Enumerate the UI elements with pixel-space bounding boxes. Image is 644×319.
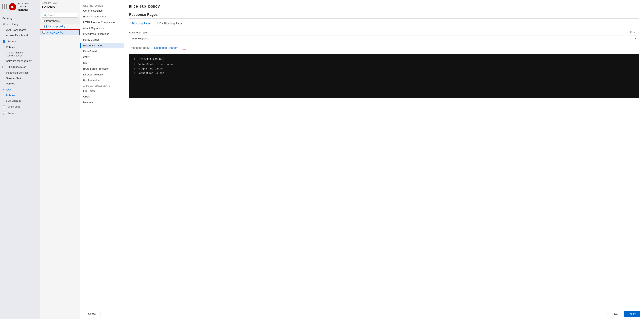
tab-response-body[interactable]: Response Body <box>129 45 150 51</box>
nav-ip-address-exceptions[interactable]: IP Address Exceptions <box>80 31 124 37</box>
nav-brute-force-protection[interactable]: Brute Force Protection <box>80 66 124 72</box>
app-logo: f5 BIG-IP Next Central Manager <box>0 0 40 14</box>
waf-icon: ≡ <box>2 88 4 91</box>
nav-headers[interactable]: Headers <box>80 100 124 105</box>
nav-attack-signatures[interactable]: Attack Signatures <box>80 25 124 31</box>
nav-csrf[interactable]: CSRF <box>80 54 124 60</box>
content-area: juice_lab_policy Response Pages Blocking… <box>124 0 644 308</box>
code-line-4: 4 Connection: close <box>132 71 636 76</box>
chevron-down-icon: ▼ <box>634 37 636 40</box>
response-page-tabs: Blocking Page AJAX Blocking Page <box>129 20 639 27</box>
line-num-2: 2 <box>132 62 135 67</box>
middle-panel-title: Policies <box>40 5 80 11</box>
user-icon: 👤 <box>2 40 6 43</box>
red-arrow-annotation: ← <box>182 46 187 52</box>
sidebar-group-waf[interactable]: ≡ WAF <box>0 86 40 93</box>
required-asterisk: * <box>148 31 149 34</box>
sidebar-section-security: Security <box>0 14 40 21</box>
page-title: juice_lab_policy <box>129 4 639 8</box>
code-line-3: 3 Pragma: no-cache <box>132 67 636 71</box>
deploy-button[interactable]: Deploy <box>624 311 640 317</box>
policy-table-header: Policy Name <box>40 18 80 24</box>
action-buttons: Save Deploy <box>608 311 640 317</box>
tab-ajax-blocking-page[interactable]: AJAX Blocking Page <box>153 20 185 27</box>
nav-file-types[interactable]: File Types <box>80 88 124 94</box>
nav-bot-protection[interactable]: Bot Protection <box>80 78 124 83</box>
sidebar-item-software-mgmt[interactable]: Software Management <box>0 58 40 64</box>
nav-evasion-techniques[interactable]: Evasion Techniques <box>80 14 124 20</box>
sidebar-item-ssl-policies[interactable]: Policies <box>0 81 40 86</box>
policy-row-juice-shop[interactable]: juice_shop_policy <box>40 24 80 29</box>
nav-response-pages[interactable]: Response Pages <box>80 43 124 48</box>
response-pages-title: Response Pages <box>129 12 639 18</box>
code-text-2: Cache-Control: no-cache <box>138 62 174 67</box>
application-elements-label: APPLICATION ELEMENTS <box>80 83 124 88</box>
footer-bar: Cancel Save Deploy <box>80 308 644 319</box>
tab-response-headers[interactable]: Response Headers <box>154 45 179 51</box>
required-text: Required <box>630 31 639 34</box>
response-body-tabs: Response Body Response Headers <box>129 45 179 51</box>
logo-text: BIG-IP Next Central Manager <box>18 2 38 11</box>
code-text-3: Pragma: no-cache <box>138 67 163 71</box>
sidebar-item-access-dashboard[interactable]: Access Dashboard <box>0 32 40 38</box>
grid-icon: ⊞ <box>2 22 5 26</box>
code-line-2: 2 Cache-Control: no-cache <box>132 62 636 67</box>
breadcrumb-waf: WAF <box>53 2 58 4</box>
line-num-1: 1 <box>132 57 135 62</box>
line-num-3: 3 <box>132 67 135 71</box>
code-text-1: HTTP/1.1 200 OK <box>138 57 164 62</box>
sidebar-item-waf-policies[interactable]: Policies <box>0 93 40 98</box>
policy-name-header: Policy Name <box>46 20 60 22</box>
sidebar-group-label-ssl: SSL Orchestrator <box>6 66 26 68</box>
breadcrumb-security: Security <box>42 2 50 4</box>
sidebar-item-waf-dashboards[interactable]: WAF Dashboards <box>0 27 40 32</box>
policy-name-juice-lab[interactable]: juice_lab_policy <box>46 31 64 34</box>
tab-blocking-page[interactable]: Blocking Page <box>129 20 153 27</box>
sidebar-group-label-waf: WAF <box>6 88 11 91</box>
nav-general-settings[interactable]: General Settings <box>80 8 124 14</box>
chart-icon: 📊 <box>2 112 6 115</box>
policy-name-juice-shop[interactable]: juice_shop_policy <box>46 25 65 28</box>
clipboard-icon: 📋 <box>2 105 6 108</box>
nav-urls[interactable]: URLs <box>80 94 124 100</box>
code-editor[interactable]: 1 HTTP/1.1 200 OK 2 Cache-Control: no-ca… <box>129 54 639 98</box>
sidebar-group-access[interactable]: 👤 Access <box>0 38 40 44</box>
policy-checkbox-juice-shop[interactable] <box>42 25 44 28</box>
sidebar-group-label-access: Access <box>8 40 16 43</box>
select-all-checkbox[interactable] <box>42 20 44 22</box>
sidebar-group-label-monitoring: Monitoring <box>6 22 18 26</box>
code-line-1: 1 HTTP/1.1 200 OK <box>132 57 636 62</box>
nav-l7-dos-protection[interactable]: L7 DoS Protection <box>80 72 124 78</box>
nav-data-guard[interactable]: Data Guard <box>80 48 124 54</box>
breadcrumb-separator: › <box>52 2 52 4</box>
apps-grid-icon[interactable] <box>2 4 7 9</box>
search-input[interactable] <box>48 14 78 16</box>
sidebar-item-access-policies[interactable]: Policies <box>0 44 40 50</box>
sidebar-group-label-event-logs: Event Logs <box>8 105 20 108</box>
sidebar-item-clients-installer[interactable]: Clients Installer Customization <box>0 50 40 58</box>
cancel-button[interactable]: Cancel <box>84 311 100 317</box>
code-text-4: Connection: close <box>138 71 164 76</box>
response-type-select[interactable]: Web Response ▼ <box>129 35 639 42</box>
sidebar-item-service-chains[interactable]: Service Chains <box>0 76 40 81</box>
sidebar-group-event-logs[interactable]: 📋 Event Logs <box>0 104 40 110</box>
line-num-4: 4 <box>132 71 135 76</box>
search-icon: 🔍 <box>44 14 46 16</box>
save-button[interactable]: Save <box>608 311 622 317</box>
sidebar-group-ssl-orchestrator[interactable]: □ SSL Orchestrator <box>0 64 40 70</box>
sidebar-group-reports[interactable]: 📊 Reports <box>0 110 40 116</box>
search-box[interactable]: 🔍 <box>42 12 78 18</box>
ssl-icon: □ <box>2 65 4 68</box>
main-content: WEB PROTECTION General Settings Evasion … <box>80 0 644 319</box>
arrow-annotation: Response Body Response Headers ← <box>129 45 639 54</box>
nav-ssrf[interactable]: SSRF <box>80 60 124 66</box>
sidebar-group-monitoring[interactable]: ⊞ Monitoring <box>0 21 40 27</box>
middle-panel: Security › WAF Policies 🔍 Policy Name ju… <box>40 0 80 319</box>
policy-row-juice-lab[interactable]: juice_lab_policy <box>40 29 80 35</box>
nav-policy-builder[interactable]: Policy Builder <box>80 37 124 43</box>
f5-logo-icon: f5 <box>9 3 16 10</box>
sidebar-item-inspection-services[interactable]: Inspection Services <box>0 70 40 76</box>
nav-http-protocol-compliance[interactable]: HTTP Protocol Compliance <box>80 20 124 25</box>
policy-checkbox-juice-lab[interactable] <box>42 31 45 34</box>
sidebar-item-live-updates[interactable]: Live Updates <box>0 98 40 104</box>
